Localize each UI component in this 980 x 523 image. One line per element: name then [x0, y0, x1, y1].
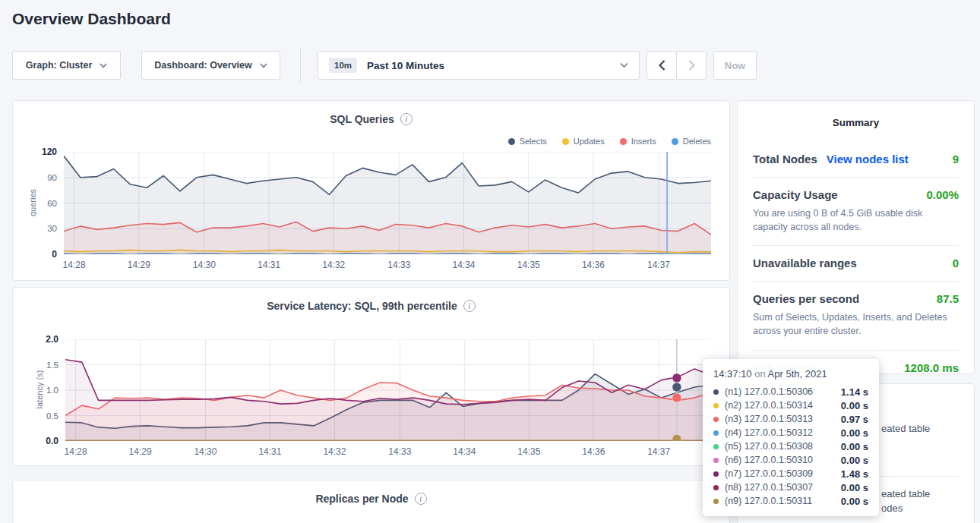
tooltip-node-value: 0.97 s [841, 414, 868, 425]
node-dot-icon [713, 458, 719, 463]
node-dot-icon [713, 485, 719, 490]
time-prev-button[interactable] [646, 51, 677, 80]
tooltip-row: (n4) 127.0.0.1:503120.00 s [713, 426, 868, 440]
summary-row-total-nodes: Total Nodes View nodes list 9 [753, 142, 959, 177]
x-axis-tick-label: 14:28 [65, 446, 87, 457]
time-range-picker[interactable]: 10m Past 10 Minutes [318, 51, 640, 80]
y-axis-title: latency (s) [35, 370, 44, 409]
tooltip-node-label: (n5) 127.0.0.1:50308 [725, 441, 835, 452]
x-axis-tick-label: 14:34 [453, 260, 476, 270]
y-axis-tick-label: 1.0 [46, 386, 58, 395]
legend-item-inserts[interactable]: Inserts [620, 137, 656, 146]
y-axis-tick-label: 120 [42, 147, 57, 157]
dashboard-dropdown[interactable]: Dashboard: Overview [141, 51, 280, 80]
node-dot-icon [713, 499, 719, 504]
info-icon[interactable]: i [415, 493, 427, 505]
time-next-button[interactable] [676, 51, 707, 80]
legend-dot-icon [562, 138, 569, 145]
chart-canvas [65, 339, 711, 441]
sql-queries-title: SQL Queries i [13, 113, 729, 125]
x-axis-tick-label: 14:33 [387, 260, 410, 270]
summary-value: 1208.0 ms [904, 361, 959, 374]
event-item-text[interactable]: eated table [881, 423, 930, 434]
x-axis-tick-label: 14:30 [193, 260, 216, 270]
summary-title: Summary [738, 117, 974, 128]
x-axis-tick-label: 14:30 [194, 446, 217, 457]
toolbar-divider [300, 49, 301, 82]
dashboard-dropdown-label: Dashboard: Overview [154, 60, 252, 71]
tooltip-row: (n9) 127.0.0.1:503110.00 s [713, 494, 868, 508]
sql-queries-plot[interactable]: 030609012014:2814:2914:3014:3114:3214:33… [64, 152, 711, 254]
tooltip-node-label: (n8) 127.0.0.1:50307 [725, 482, 835, 493]
x-axis-tick-label: 14:34 [453, 446, 476, 457]
chart-hover-tooltip: 14:37:10 on Apr 5th, 2021 (n1) 127.0.0.1… [703, 359, 879, 516]
view-nodes-list-link[interactable]: View nodes list [827, 153, 909, 165]
tooltip-row: (n8) 127.0.0.1:503070.00 s [713, 480, 868, 494]
event-item-text[interactable]: eated table [881, 488, 930, 499]
summary-label: Total Nodes [753, 153, 817, 165]
node-dot-icon [713, 403, 719, 408]
legend-item-updates[interactable]: Updates [562, 137, 605, 146]
info-icon[interactable]: i [400, 113, 413, 125]
tooltip-node-value: 1.48 s [841, 468, 868, 480]
tooltip-row: (n1) 127.0.0.1:503061.14 s [713, 385, 868, 399]
tooltip-node-value: 0.00 s [841, 400, 868, 411]
replicas-per-node-card: Replicas per Node i [12, 480, 730, 523]
node-dot-icon [713, 471, 719, 477]
summary-description: Sum of Selects, Updates, Inserts, and De… [753, 310, 959, 338]
replicas-per-node-title: Replicas per Node i [13, 493, 729, 505]
summary-description: You are using 0 B of 4.5 GiB usable disk… [753, 206, 959, 234]
summary-label: Capacity Usage [753, 188, 838, 201]
y-axis-tick-label: 1.5 [46, 361, 58, 370]
x-axis-tick-label: 14:29 [129, 446, 152, 457]
tooltip-node-value: 1.14 s [841, 386, 868, 398]
summary-panel: Summary Total Nodes View nodes list 9 Ca… [737, 100, 975, 374]
tooltip-row: (n2) 127.0.0.1:503140.00 s [713, 399, 868, 412]
tooltip-row: (n7) 127.0.0.1:503091.48 s [713, 467, 868, 480]
tooltip-row: (n3) 127.0.0.1:503130.97 s [713, 412, 868, 426]
chevron-left-icon [659, 60, 665, 71]
service-latency-plot[interactable]: 0.00.51.01.52.014:2814:2914:3014:3114:32… [65, 339, 711, 441]
chevron-down-icon [620, 62, 628, 68]
chart-canvas [64, 152, 711, 254]
now-button[interactable]: Now [713, 51, 757, 80]
x-axis-tick-label: 14:32 [322, 260, 345, 270]
sql-queries-card: SQL Queries i SelectsUpdatesInsertsDelet… [12, 100, 730, 281]
tooltip-node-value: 0.00 s [841, 496, 868, 507]
y-axis-tick-label: 90 [47, 173, 57, 182]
summary-value: 0.00% [926, 188, 959, 201]
legend-item-selects[interactable]: Selects [508, 137, 547, 146]
node-dot-icon [713, 389, 719, 395]
x-axis-tick-label: 14:36 [582, 446, 605, 457]
x-axis-tick-label: 14:37 [647, 446, 670, 457]
tooltip-node-label: (n1) 127.0.0.1:50306 [725, 386, 835, 397]
x-axis-tick-label: 14:36 [582, 260, 605, 270]
legend-dot-icon [672, 138, 678, 145]
y-axis-tick-label: 0 [52, 249, 57, 260]
summary-label: Unavailable ranges [753, 257, 857, 269]
x-axis-tick-label: 14:31 [258, 446, 281, 457]
legend-item-deletes[interactable]: Deletes [672, 137, 711, 146]
summary-row-unavailable-ranges: Unavailable ranges 0 [753, 245, 959, 281]
x-axis-tick-label: 14:35 [517, 260, 540, 270]
event-item-text[interactable]: odes [881, 503, 903, 514]
graph-dropdown[interactable]: Graph: Cluster [12, 51, 121, 80]
legend-label: Deletes [683, 137, 711, 146]
summary-row-queries-per-second: Queries per second 87.5 Sum of Selects, … [753, 281, 959, 349]
y-axis-tick-label: 0.5 [46, 411, 58, 421]
chevron-right-icon [688, 60, 695, 71]
x-axis-tick-label: 14:31 [258, 260, 280, 270]
tooltip-node-label: (n6) 127.0.0.1:50310 [725, 455, 835, 465]
info-icon[interactable]: i [463, 300, 476, 312]
y-axis-title: queries [28, 189, 37, 216]
service-latency-card: Service Latency: SQL, 99th percentile i … [12, 287, 730, 466]
tooltip-node-label: (n9) 127.0.0.1:50311 [725, 496, 835, 506]
y-axis-tick-label: 30 [47, 224, 57, 233]
legend-label: Selects [520, 137, 547, 146]
graph-dropdown-label: Graph: Cluster [26, 60, 93, 71]
chevron-down-icon [260, 63, 267, 68]
x-axis-tick-label: 14:32 [323, 446, 346, 457]
legend-label: Inserts [631, 137, 656, 146]
chevron-down-icon [100, 63, 107, 68]
node-dot-icon [713, 417, 719, 422]
